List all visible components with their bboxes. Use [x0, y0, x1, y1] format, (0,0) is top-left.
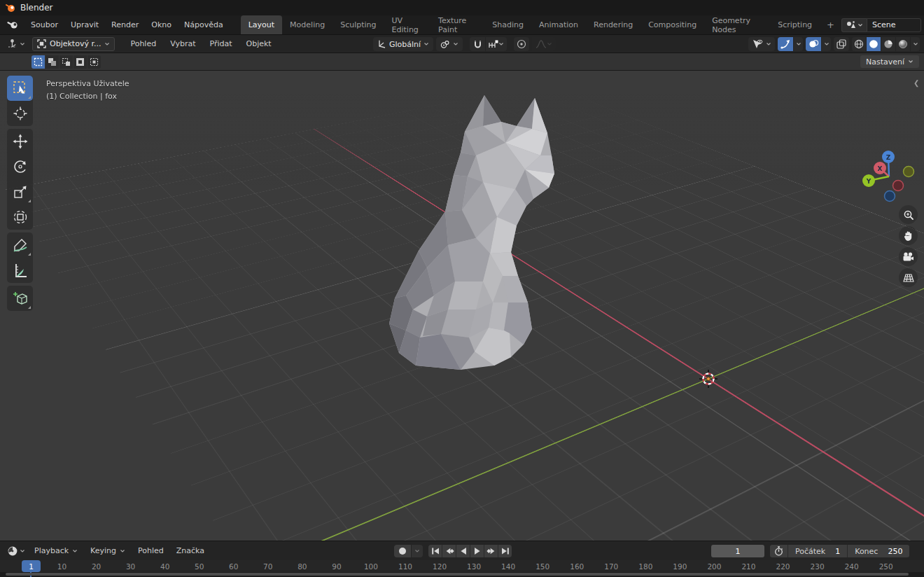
overlays-dropdown[interactable]: [822, 37, 831, 51]
timeline-menu-item[interactable]: Značka: [170, 541, 211, 561]
menu-item[interactable]: Upravit: [64, 15, 105, 34]
playhead[interactable]: 1: [22, 560, 41, 572]
tool-options-dropdown[interactable]: Nastavení: [860, 55, 919, 68]
jump-to-end-button[interactable]: [498, 545, 512, 557]
shading-dropdown[interactable]: [911, 37, 920, 51]
viewport-menu-item[interactable]: Přidat: [202, 35, 239, 53]
current-frame-field[interactable]: 1: [711, 545, 764, 557]
ruler-frame-label: 150: [526, 562, 560, 571]
menu-item[interactable]: Nápověda: [178, 15, 230, 34]
orthographic-grid-button[interactable]: [899, 268, 918, 287]
menu-item[interactable]: Okno: [145, 15, 178, 34]
clock-icon: [7, 545, 18, 557]
shading-solid-button[interactable]: [867, 37, 881, 51]
add-cube-tool[interactable]: [7, 286, 33, 311]
cursor-3d[interactable]: [699, 370, 718, 388]
timeline-ruler[interactable]: 1020304050607080901001101201301401501601…: [0, 560, 924, 572]
timeline-editor-dropdown[interactable]: [4, 544, 28, 558]
ruler-frame-label: 40: [148, 562, 182, 571]
next-keyframe-button[interactable]: [484, 545, 498, 557]
frame-start-field[interactable]: Počátek 1: [788, 545, 847, 557]
workspace-tab[interactable]: Modeling: [282, 15, 332, 34]
select-intersect-button[interactable]: [88, 55, 101, 69]
transform-orientation-dropdown[interactable]: Globální: [373, 37, 433, 51]
proportional-falloff-dropdown[interactable]: [532, 37, 556, 51]
pan-hand-button[interactable]: [899, 226, 918, 245]
prev-keyframe-button[interactable]: [442, 545, 456, 557]
workspace-tab[interactable]: Rendering: [586, 15, 640, 34]
workspace-tab[interactable]: Scripting: [770, 15, 820, 34]
workspace-tab[interactable]: Animation: [531, 15, 586, 34]
axis-z-label: Z: [886, 154, 891, 161]
scale-tool[interactable]: [7, 179, 33, 204]
viewport-menu-item[interactable]: Pohled: [123, 35, 163, 53]
timeline-menu-item[interactable]: Pohled: [132, 541, 170, 561]
select-subtract-button[interactable]: [59, 55, 73, 69]
move-tool[interactable]: [7, 129, 33, 154]
select-mode-buttons: [31, 55, 101, 69]
viewport-menu-item[interactable]: Vybrat: [163, 35, 202, 53]
scene-browse-button[interactable]: [841, 18, 867, 32]
fox-object[interactable]: [378, 91, 567, 371]
timeline-menu-item[interactable]: Keying: [84, 541, 132, 561]
ruler-frame-label: 30: [113, 562, 148, 571]
gizmo-dropdown[interactable]: [794, 37, 803, 51]
shading-material-button[interactable]: [881, 37, 895, 51]
auto-keying-record-button[interactable]: [394, 545, 411, 557]
jump-to-start-button[interactable]: [428, 545, 442, 557]
measure-tool[interactable]: [7, 258, 33, 283]
workspace-tab[interactable]: Geometry Nodes: [704, 15, 770, 34]
select-invert-button[interactable]: [74, 55, 87, 69]
timeline-menu-item[interactable]: Playback: [28, 541, 84, 561]
falloff-curve-icon: [536, 40, 547, 48]
keying-set-dropdown[interactable]: [412, 545, 423, 557]
timeline-menus: PlaybackKeyingPohledZnačka: [28, 541, 211, 561]
editor-type-dropdown[interactable]: [4, 37, 28, 50]
show-gizmo-toggle[interactable]: [778, 37, 793, 51]
sidebar-collapse-arrow[interactable]: ❮: [913, 79, 919, 87]
transform-tool[interactable]: [7, 204, 33, 230]
timeline-scrollbar-thumb[interactable]: [6, 573, 909, 576]
mode-dropdown[interactable]: Objektový r...: [32, 37, 115, 51]
workspace-tab[interactable]: Layout: [241, 15, 282, 34]
show-overlays-toggle[interactable]: [806, 37, 821, 51]
navigation-gizmo[interactable]: Z X Y: [860, 143, 920, 210]
zoom-button[interactable]: [899, 205, 918, 224]
menu-item[interactable]: Soubor: [24, 15, 64, 34]
workspace-tab[interactable]: Sculpting: [332, 15, 384, 34]
shading-rendered-button[interactable]: [896, 37, 910, 51]
play-reverse-button[interactable]: [456, 545, 470, 557]
ruler-frame-label: 80: [285, 562, 319, 571]
select-box-tool[interactable]: [7, 76, 33, 101]
menu-item[interactable]: Render: [105, 15, 145, 34]
window-title: Blender: [20, 3, 53, 13]
viewport-3d[interactable]: Perspektiva Uživatele (1) Collection | f…: [0, 71, 924, 541]
select-set-button[interactable]: [31, 55, 45, 69]
pivot-point-dropdown[interactable]: [436, 37, 463, 51]
workspace-tab[interactable]: UV Editing: [384, 15, 431, 34]
visibility-dropdown[interactable]: [748, 37, 775, 51]
use-preview-range-button[interactable]: [770, 545, 788, 557]
ruler-frame-label: 60: [216, 562, 251, 571]
annotate-tool[interactable]: [7, 232, 33, 258]
workspace-tab[interactable]: Shading: [484, 15, 531, 34]
workspace-tab[interactable]: Texture Paint: [430, 15, 484, 34]
cursor-tool[interactable]: [7, 101, 33, 126]
play-button[interactable]: [470, 545, 484, 557]
proportional-editing-toggle[interactable]: [514, 37, 529, 51]
select-extend-button[interactable]: [46, 55, 59, 69]
viewport-menu-item[interactable]: Objekt: [239, 35, 279, 53]
snap-toggle[interactable]: [470, 37, 485, 51]
blender-menu-button[interactable]: [0, 15, 24, 34]
scene-name-field[interactable]: Scene: [867, 18, 921, 32]
shading-wireframe-button[interactable]: [852, 37, 866, 51]
snap-with-dropdown[interactable]: [486, 37, 507, 51]
frame-end-field[interactable]: Konec 250: [848, 545, 909, 557]
add-workspace-button[interactable]: +: [820, 15, 841, 34]
axis-x-label: X: [878, 165, 883, 172]
rotate-tool[interactable]: [7, 154, 33, 179]
camera-view-button[interactable]: [899, 247, 918, 266]
workspace-tab[interactable]: Compositing: [640, 15, 704, 34]
ruler-labels: 1020304050607080901001101201301401501601…: [0, 560, 924, 572]
xray-toggle[interactable]: [834, 37, 849, 51]
